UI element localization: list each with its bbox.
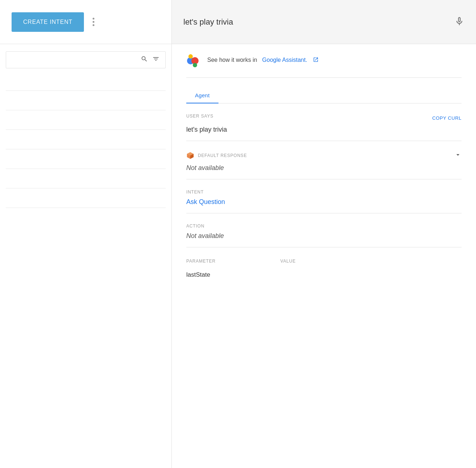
svg-point-3 bbox=[193, 63, 197, 67]
action-section: ACTION Not available bbox=[186, 224, 462, 247]
default-response-section: DEFAULT RESPONSE Not available bbox=[186, 151, 462, 179]
intent-label: INTENT bbox=[186, 190, 462, 195]
list-item[interactable] bbox=[6, 91, 166, 110]
filter-icon[interactable] bbox=[152, 55, 160, 64]
cube-icon bbox=[186, 152, 194, 159]
default-response-header: DEFAULT RESPONSE bbox=[186, 151, 462, 160]
main-content: See how it works in Google Assistant. Ag… bbox=[0, 44, 476, 468]
search-icon[interactable] bbox=[141, 55, 148, 64]
more-options-button[interactable] bbox=[93, 18, 94, 26]
list-item[interactable] bbox=[6, 110, 166, 130]
ga-banner-text: See how it works in bbox=[207, 57, 257, 63]
header-left: CREATE INTENT bbox=[0, 0, 172, 44]
list-item[interactable] bbox=[6, 130, 166, 149]
value-column-label: VALUE bbox=[280, 259, 296, 264]
copy-curl-button[interactable]: COPY CURL bbox=[432, 115, 462, 121]
intent-list bbox=[6, 71, 166, 208]
action-value: Not available bbox=[186, 232, 462, 240]
tab-agent[interactable]: Agent bbox=[186, 88, 218, 103]
header: CREATE INTENT let's play trivia bbox=[0, 0, 476, 44]
list-item[interactable] bbox=[6, 71, 166, 91]
intent-section: INTENT Ask Question bbox=[186, 190, 462, 213]
google-assistant-logo bbox=[186, 53, 202, 67]
param-cell: lastState bbox=[186, 271, 280, 278]
tabs-row: Agent bbox=[186, 88, 462, 103]
list-item[interactable] bbox=[6, 149, 166, 169]
param-column-label: PARAMETER bbox=[186, 259, 216, 264]
user-says-section: USER SAYS COPY CURL let's play trivia bbox=[186, 114, 462, 141]
microphone-icon[interactable] bbox=[454, 16, 464, 28]
param-value-header: PARAMETER VALUE bbox=[186, 258, 462, 264]
parameters-section: PARAMETER VALUE lastState bbox=[186, 258, 462, 286]
external-link-icon bbox=[313, 57, 319, 64]
value-cell bbox=[280, 271, 462, 278]
query-text: let's play trivia bbox=[183, 17, 233, 27]
param-row: lastState bbox=[186, 268, 462, 278]
list-item[interactable] bbox=[6, 188, 166, 208]
google-assistant-banner: See how it works in Google Assistant. bbox=[186, 53, 462, 78]
default-response-label: DEFAULT RESPONSE bbox=[198, 153, 247, 158]
default-response-value: Not available bbox=[186, 164, 462, 172]
user-says-header: USER SAYS COPY CURL bbox=[186, 114, 462, 122]
search-filter-bar bbox=[6, 51, 166, 68]
right-panel: See how it works in Google Assistant. Ag… bbox=[172, 44, 476, 468]
user-says-label: USER SAYS bbox=[186, 114, 213, 119]
intent-value[interactable]: Ask Question bbox=[186, 198, 225, 205]
create-intent-button[interactable]: CREATE INTENT bbox=[12, 12, 84, 32]
chevron-down-icon[interactable] bbox=[454, 151, 462, 160]
header-right: let's play trivia bbox=[172, 0, 476, 44]
ga-link[interactable]: Google Assistant. bbox=[262, 57, 307, 63]
user-says-value: let's play trivia bbox=[186, 126, 462, 133]
action-label: ACTION bbox=[186, 224, 462, 229]
left-panel bbox=[0, 44, 172, 468]
svg-point-2 bbox=[188, 54, 193, 59]
list-item[interactable] bbox=[6, 169, 166, 188]
